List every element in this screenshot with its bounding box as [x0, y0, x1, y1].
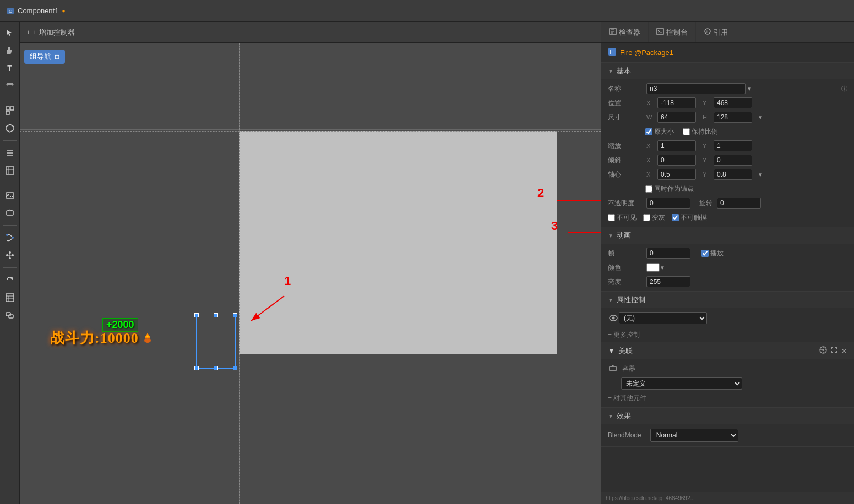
tool-separator-1 — [3, 98, 17, 98]
anchor-y-input[interactable] — [714, 169, 752, 180]
original-size-checkbox[interactable] — [645, 128, 652, 135]
skew-xy: X Y — [646, 155, 847, 166]
section-animation-header[interactable]: ▼ 动画 — [601, 227, 854, 244]
position-x-input[interactable] — [657, 97, 696, 108]
color-dropdown-btn[interactable]: ▼ — [660, 265, 665, 271]
canvas-area[interactable]: + + 增加控制器 组导航 ⊡ +2000 — [20, 22, 601, 504]
prop-anchor-row: 轴心 X Y ▼ — [601, 167, 854, 182]
name-info-btn[interactable]: ⓘ — [841, 85, 847, 93]
scale-x-input[interactable] — [657, 140, 696, 151]
skew-x-input[interactable] — [657, 155, 696, 166]
effects-arrow: ▼ — [608, 413, 613, 419]
fire-link[interactable]: F Fire @Package1 — [601, 43, 854, 63]
relation-expand-btn[interactable] — [830, 346, 839, 356]
group-tool[interactable] — [2, 308, 18, 323]
relation-target-btn[interactable] — [819, 346, 828, 356]
layout-tool[interactable] — [2, 103, 18, 118]
play-checkbox[interactable] — [701, 250, 709, 257]
relation-arrow: ▼ — [608, 347, 615, 355]
anchor-xy: X Y ▼ — [646, 169, 847, 180]
tab-component1[interactable]: C Component1 ● — [7, 7, 66, 15]
section-effects-header[interactable]: ▼ 效果 — [601, 408, 854, 424]
opacity-input[interactable] — [646, 198, 690, 209]
prop-visibility-row: 不可见 变灰 不可触摸 — [601, 210, 854, 224]
navigation-button[interactable]: 组导航 ⊡ — [24, 50, 65, 64]
name-expand-btn[interactable]: ▼ — [746, 86, 753, 92]
color-swatch[interactable] — [646, 263, 660, 272]
size-w-input[interactable] — [657, 112, 696, 123]
tool-separator-2 — [3, 140, 17, 141]
anchor-x-input[interactable] — [657, 169, 696, 180]
section-animation: ▼ 动画 帧 播放 颜色 ▼ — [601, 227, 854, 292]
property-control-select[interactable]: (无) — [619, 312, 707, 324]
blend-mode-select[interactable]: Normal Multiply Screen Overlay Darken Li… — [650, 429, 738, 442]
transform-tool[interactable] — [2, 78, 18, 94]
grid-tool[interactable] — [2, 163, 18, 178]
text-tool[interactable]: T — [2, 61, 18, 76]
name-input[interactable] — [646, 83, 746, 94]
prop-container-value-row: 未定义 — [601, 376, 854, 391]
svg-point-30 — [144, 338, 151, 343]
section-relation-header[interactable]: ▼ 关联 ✕ — [601, 342, 854, 359]
scale-y-input[interactable] — [714, 140, 752, 151]
svg-point-47 — [822, 349, 824, 351]
handle-bm[interactable] — [214, 366, 218, 370]
handle-tr[interactable] — [233, 313, 237, 317]
notouch-checkbox[interactable] — [672, 214, 679, 221]
main-layout: T — [0, 22, 854, 504]
canvas-viewport[interactable]: 组导航 ⊡ +2000 战斗力:10000 — [20, 43, 601, 504]
rotation-input[interactable] — [717, 198, 761, 209]
section-property-control-body: (无) — [601, 308, 854, 328]
prop-brightness-row: 亮度 — [601, 275, 854, 289]
size-expand-btn[interactable]: ▼ — [757, 114, 764, 120]
scale-xy: X Y — [646, 140, 847, 151]
add-more-control-btn[interactable]: + 更多控制 — [601, 328, 854, 342]
arrow-2 — [551, 187, 601, 220]
add-to-other-btn[interactable]: + 对其他元件 — [601, 391, 854, 405]
inspector-content: F Fire @Package1 ▼ 基本 名称 ▼ ⓘ — [601, 43, 854, 492]
svg-point-15 — [6, 234, 8, 236]
path-tool[interactable] — [2, 230, 18, 245]
handle-tl[interactable] — [194, 313, 199, 317]
position-y-input[interactable] — [714, 97, 752, 108]
component-tool[interactable] — [2, 120, 18, 136]
size-h-input[interactable] — [714, 112, 752, 123]
table-tool[interactable] — [2, 290, 18, 305]
relation-close-btn[interactable]: ✕ — [841, 346, 847, 356]
frame-input[interactable] — [646, 248, 690, 259]
handle-tm[interactable] — [214, 313, 218, 317]
svg-rect-29 — [9, 315, 13, 318]
skew-y-input[interactable] — [714, 155, 752, 166]
anchor-as-anchor-checkbox[interactable] — [645, 185, 652, 193]
section-basic-header[interactable]: ▼ 基本 — [601, 63, 854, 79]
gray-checkbox[interactable] — [643, 214, 650, 221]
relation-icons: ✕ — [819, 346, 847, 356]
hand-tool[interactable] — [2, 43, 18, 58]
select-tool[interactable] — [2, 25, 18, 41]
image-tool[interactable] — [2, 188, 18, 203]
keep-ratio-checkbox[interactable] — [683, 128, 690, 135]
dashed-line-v1 — [239, 43, 240, 504]
brightness-input[interactable] — [646, 276, 690, 287]
node-tool[interactable] — [2, 248, 18, 263]
anim-arrow: ▼ — [608, 233, 613, 239]
svg-rect-14 — [7, 211, 13, 215]
add-controller-button[interactable]: + + 增加控制器 — [26, 28, 75, 37]
svg-point-40 — [705, 29, 710, 34]
tool-separator-3 — [3, 183, 17, 183]
position-xy: X Y — [646, 97, 847, 108]
combat-power-element[interactable]: +2000 战斗力:10000 — [50, 318, 154, 348]
anchor-expand-btn[interactable]: ▼ — [757, 172, 764, 178]
tab-inspector[interactable]: 检查器 — [601, 22, 649, 42]
prop-anchor-as-anchor-row: 同时作为锚点 — [601, 182, 854, 196]
handle-bl[interactable] — [194, 366, 199, 370]
handle-br[interactable] — [233, 366, 237, 370]
invisible-checkbox[interactable] — [608, 214, 615, 221]
list-tool[interactable] — [2, 145, 18, 161]
rotate-tool[interactable] — [2, 272, 18, 288]
container-select[interactable]: 未定义 — [621, 377, 742, 390]
tab-reference[interactable]: i 引用 — [696, 22, 736, 42]
section-property-control-header[interactable]: ▼ 属性控制 — [601, 292, 854, 308]
box-tool[interactable] — [2, 205, 18, 221]
tab-console[interactable]: 控制台 — [649, 22, 696, 42]
